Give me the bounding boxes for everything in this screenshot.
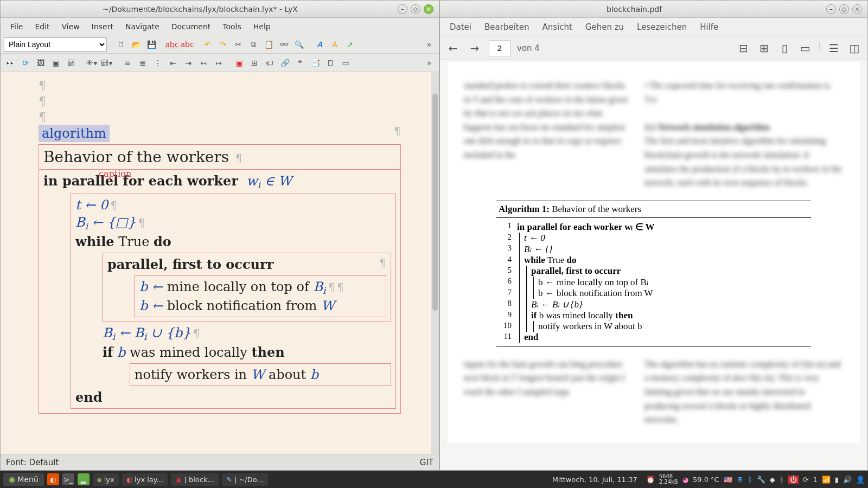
cite-icon[interactable]: ❝ <box>293 56 307 69</box>
update-icon[interactable]: ▣ <box>49 56 62 69</box>
empty-para[interactable]: ¶ <box>39 93 401 109</box>
apply-icon[interactable]: ↗ <box>343 38 356 51</box>
empty-para[interactable]: ¶ <box>39 78 401 93</box>
sidebar-toggle-icon[interactable]: ◫ <box>847 41 862 56</box>
caption-text[interactable]: Behavior of the workers <box>43 148 229 166</box>
drop2-icon[interactable]: 🗟▾ <box>100 56 113 69</box>
menu-gehenzu[interactable]: Gehen zu <box>580 20 629 34</box>
index-icon[interactable]: 📑 <box>309 56 322 69</box>
menu-ansicht[interactable]: Ansicht <box>537 20 577 34</box>
taskbar-task-block[interactable]: ▣ | block... <box>171 473 219 486</box>
layout-selector[interactable]: Plain Layout <box>4 37 107 52</box>
fit-width-icon[interactable]: ▭ <box>797 41 813 56</box>
toolbar-overflow-icon[interactable]: » <box>423 38 436 51</box>
scroll-thumb[interactable] <box>432 94 438 311</box>
lyx-editor[interactable]: ¶ ¶ ¶ algorithm ¶ Behavior of the worker… <box>1 72 439 454</box>
menu-insert[interactable]: Insert <box>86 20 119 33</box>
taskbar-task-lyx[interactable]: ▪ lyx <box>93 473 119 486</box>
undo-icon[interactable]: ↶ <box>201 38 214 51</box>
cut-icon[interactable]: ✂ <box>232 38 245 51</box>
menu-document[interactable]: Document <box>166 20 216 33</box>
menu-bearbeiten[interactable]: Bearbeiten <box>479 20 534 34</box>
view-icon[interactable]: 👀 <box>4 56 17 69</box>
volume-icon[interactable]: 🔊 <box>843 476 852 484</box>
prev-page-icon[interactable]: ← <box>445 41 461 56</box>
tool-icon[interactable]: 🔧 <box>757 476 765 484</box>
toolbar2-overflow-icon[interactable]: » <box>423 56 436 69</box>
list-bullet-icon[interactable]: ≡ <box>121 56 134 69</box>
search-icon[interactable]: 🔍 <box>292 38 305 51</box>
bluetooth2-icon[interactable]: ᛒ <box>780 476 784 484</box>
alg-line[interactable]: end <box>75 388 391 406</box>
spellcheck-icon[interactable]: abc <box>165 38 178 51</box>
properties-icon[interactable]: ☰ <box>826 41 841 56</box>
next-page-icon[interactable]: → <box>467 41 482 56</box>
redo-icon[interactable]: ↷ <box>216 38 229 51</box>
update-icon[interactable]: ⟳ <box>803 476 809 484</box>
list-number-icon[interactable]: ≣ <box>136 56 149 69</box>
close-button[interactable]: × <box>852 4 862 14</box>
page-input[interactable] <box>489 40 510 56</box>
menu-datei[interactable]: Datei <box>444 20 477 34</box>
caption-inset[interactable]: Behavior of the workers ¶ caption <box>39 145 400 170</box>
alg-line[interactable]: while True do <box>75 233 391 251</box>
pdf-titlebar[interactable]: blockchain.pdf – ◇ × <box>440 1 867 18</box>
alg-block-if[interactable]: notify workers in W about b <box>130 363 391 386</box>
noun-icon[interactable]: A <box>328 38 341 51</box>
outdent-icon[interactable]: ↤ <box>197 56 210 69</box>
empty-para[interactable]: ¶ <box>39 109 401 125</box>
emph-icon[interactable]: A <box>313 38 326 51</box>
flag-us-icon[interactable]: 🇺🇸 <box>724 476 732 484</box>
alg-line[interactable]: b ← block notification from W <box>139 297 381 314</box>
list-item-icon[interactable]: ⋮ <box>151 56 164 69</box>
output-icon[interactable]: 🗟 <box>65 56 78 69</box>
taskbar-clock[interactable]: Mittwoch, 10. Juli, 11:37 <box>552 476 637 484</box>
start-menu-button[interactable]: ◉Menü <box>3 473 44 486</box>
image-icon[interactable]: ▣ <box>233 56 246 69</box>
indent-more-icon[interactable]: ⇥ <box>182 56 195 69</box>
lyx-titlebar[interactable]: ~/Dokumente/blockchains/lyx/blockchain.l… <box>1 1 439 18</box>
alg-line[interactable]: parallel, first to occurr¶ <box>107 255 386 273</box>
battery-icon[interactable]: ▮ <box>835 476 839 484</box>
info-icon[interactable]: 1 <box>813 476 818 484</box>
algorithm-float[interactable]: Behavior of the workers ¶ caption in par… <box>39 144 401 414</box>
alg-block-while[interactable]: parallel, first to occurr¶ b ← mine loca… <box>103 253 391 322</box>
power-icon[interactable]: ⏻ <box>788 476 799 484</box>
copy-icon[interactable]: ⧉ <box>247 38 260 51</box>
menu-hilfe[interactable]: Hilfe <box>694 20 724 34</box>
wifi-icon[interactable]: 📶 <box>822 476 831 484</box>
fit-page-icon[interactable]: ▯ <box>777 41 792 56</box>
label-icon[interactable]: 🏷 <box>263 56 276 69</box>
open-icon[interactable]: 📂 <box>130 38 143 51</box>
user-icon[interactable]: 👤 <box>856 476 865 484</box>
editor-scrollbar[interactable] <box>431 72 439 454</box>
algorithm-env-label[interactable]: algorithm <box>39 125 110 142</box>
drop1-icon[interactable]: 👁▾ <box>85 56 98 69</box>
paste-icon[interactable]: 📋 <box>262 38 275 51</box>
maximize-button[interactable]: ◇ <box>411 4 420 14</box>
alg-line[interactable]: Bi ← Bi ∪ {b}¶ <box>103 324 391 343</box>
menu-view[interactable]: View <box>56 20 85 33</box>
minimize-button[interactable]: – <box>398 4 407 14</box>
alg-line[interactable]: b ← mine locally on top of Bi¶¶ <box>139 278 381 297</box>
menu-file[interactable]: File <box>5 20 28 33</box>
menu-edit[interactable]: Edit <box>29 20 55 33</box>
alg-block-outer[interactable]: t ← 0¶ Bi ← {□}¶ while True do parallel,… <box>71 194 396 409</box>
new-icon[interactable]: 🗋 <box>114 38 127 51</box>
alg-line[interactable]: t ← 0¶ <box>75 196 391 214</box>
close-button[interactable]: × <box>424 4 433 14</box>
menu-help[interactable]: Help <box>248 20 276 33</box>
spellcheck-toggle-icon[interactable]: abc <box>181 38 194 51</box>
crossref-icon[interactable]: 🔗 <box>278 56 291 69</box>
maximize-button[interactable]: ◇ <box>839 4 849 14</box>
app-indicator-icon[interactable]: ◆ <box>770 476 775 484</box>
alg-line[interactable]: in parallel for each worker wi ∈ W <box>43 172 396 191</box>
zoom-in-icon[interactable]: ⊞ <box>756 41 771 56</box>
shield-icon[interactable]: ⛨ <box>737 476 744 484</box>
net-monitor[interactable]: 56482.24kB <box>659 474 678 485</box>
launcher-files-icon[interactable]: ▂ <box>78 473 90 485</box>
launcher-terminal-icon[interactable]: >_ <box>62 473 74 485</box>
menu-tools[interactable]: Tools <box>217 20 247 33</box>
bluetooth-icon[interactable]: ᛒ <box>748 476 752 484</box>
note-icon[interactable]: 🗒 <box>324 56 337 69</box>
